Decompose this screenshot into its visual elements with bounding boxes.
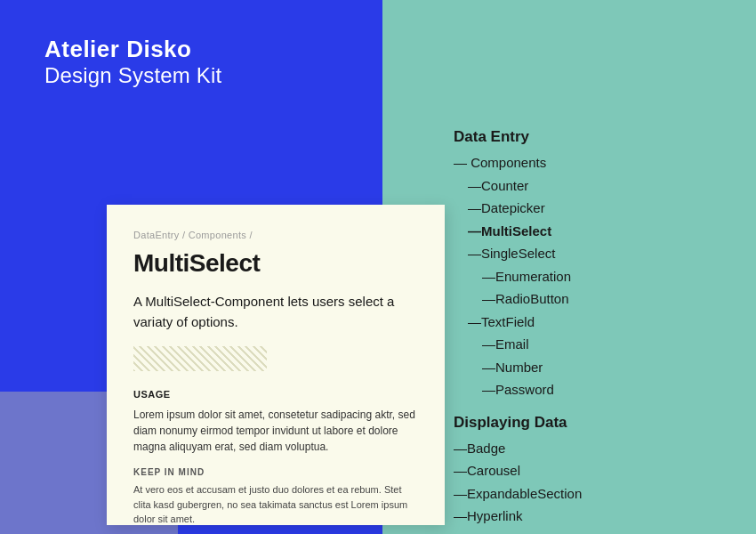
nav-item-enumeration[interactable]: —Enumeration xyxy=(454,265,703,288)
nav-section-title-displaying-data: Displaying Data xyxy=(454,414,703,432)
doc-usage-text: Lorem ipsum dolor sit amet, consetetur s… xyxy=(133,407,418,455)
nav-item-multiselect[interactable]: —MultiSelect xyxy=(454,220,703,243)
nav-item-email[interactable]: —Email xyxy=(454,333,703,356)
nav-item-hyperlink[interactable]: —Hyperlink xyxy=(454,505,703,528)
doc-keep-in-mind-label: KEEP IN MIND xyxy=(133,467,418,477)
nav-panel: Data Entry — Components —Counter —Datepi… xyxy=(427,98,729,534)
nav-item-counter[interactable]: —Counter xyxy=(454,174,703,198)
doc-description: A MultiSelect-Component lets users selec… xyxy=(133,292,418,332)
nav-item-radiobutton[interactable]: —RadioButton xyxy=(454,287,703,311)
header: Atelier Disko Design System Kit xyxy=(44,36,221,88)
nav-item-singleselect[interactable]: —SingleSelect xyxy=(454,242,703,265)
nav-item-carousel[interactable]: —Carousel xyxy=(454,459,703,482)
app-subtitle: Design System Kit xyxy=(44,63,221,88)
nav-item-password[interactable]: —Password xyxy=(454,378,703,401)
document-card: DataEntry / Components / MultiSelect A M… xyxy=(107,205,445,525)
nav-item-datepicker[interactable]: —Datepicker xyxy=(454,197,703,220)
nav-item-expandable-section[interactable]: —ExpandableSection xyxy=(454,482,703,506)
nav-item-components[interactable]: — Components xyxy=(454,151,703,174)
nav-section-data-entry: Data Entry — Components —Counter —Datepi… xyxy=(454,128,703,401)
nav-section-title-data-entry: Data Entry xyxy=(454,128,703,146)
nav-item-list[interactable]: —List xyxy=(454,528,703,535)
nav-item-number[interactable]: —Number xyxy=(454,356,703,379)
doc-usage-label: Usage xyxy=(133,389,418,400)
nav-section-displaying-data: Displaying Data —Badge —Carousel —Expand… xyxy=(454,414,703,535)
doc-breadcrumb: DataEntry / Components / xyxy=(133,230,418,240)
nav-item-textfield[interactable]: —TextField xyxy=(454,311,703,334)
nav-item-badge[interactable]: —Badge xyxy=(454,437,703,460)
doc-keep-in-mind-text: At vero eos et accusam et justo duo dolo… xyxy=(133,482,418,525)
doc-title: MultiSelect xyxy=(133,249,418,278)
app-title: Atelier Disko xyxy=(44,36,221,63)
doc-hatched-pattern xyxy=(133,346,267,371)
